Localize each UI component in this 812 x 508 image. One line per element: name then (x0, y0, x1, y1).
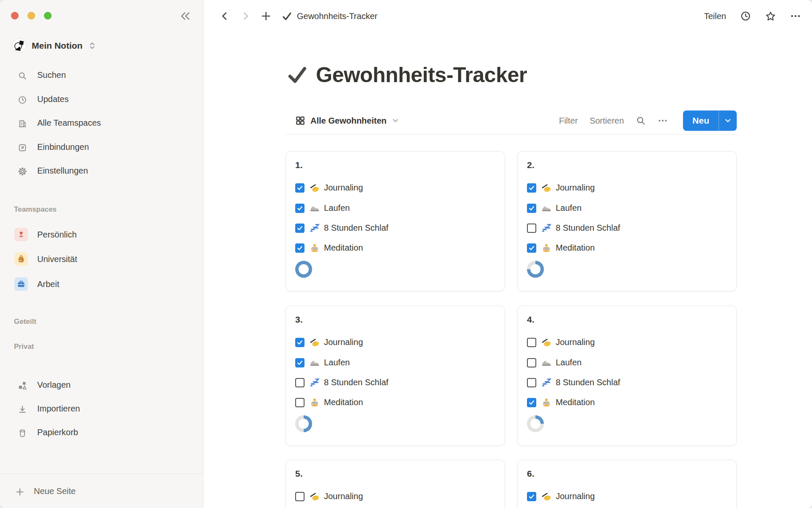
share-button[interactable]: Teilen (704, 11, 726, 21)
view-tab-alle-gewohnheiten[interactable]: Alle Gewohnheiten (295, 110, 400, 131)
sidebar-teamspace-universitaet[interactable]: Universität (0, 250, 204, 268)
habit-label: Meditation (324, 398, 363, 407)
search-icon[interactable] (636, 116, 646, 126)
sidebar-item-suchen[interactable]: Suchen (0, 66, 204, 85)
habit-checkbox[interactable] (295, 243, 304, 253)
writing-hand-icon (541, 337, 551, 348)
new-entry-dropdown-button[interactable] (719, 116, 737, 125)
habit-row-journaling: Journaling (286, 492, 505, 504)
habit-row-journaling: Journaling (518, 492, 737, 504)
workspace-name: Mein Notion (32, 41, 82, 51)
nav-back-button[interactable] (218, 9, 231, 23)
filter-button[interactable]: Filter (559, 116, 578, 126)
habit-row-meditation: Meditation (518, 398, 737, 410)
habit-checkbox[interactable] (527, 204, 536, 213)
habit-checkbox[interactable] (527, 224, 536, 233)
habit-checkbox[interactable] (295, 492, 304, 501)
breadcrumb[interactable]: Gewohnheits-Tracker (282, 9, 377, 23)
building-icon (18, 119, 27, 128)
sidebar-item-alle-teamspaces[interactable]: Alle Teamspaces (0, 114, 204, 133)
zoom-window-button[interactable] (44, 12, 52, 19)
sidebar-item-einstellungen[interactable]: Einstellungen (0, 162, 204, 181)
card-title[interactable]: 4. (527, 315, 535, 325)
card-title[interactable]: 2. (527, 160, 535, 170)
habit-checkbox[interactable] (527, 338, 536, 347)
sidebar-collapse-button[interactable] (177, 9, 194, 23)
section-geteilt[interactable]: Geteilt (14, 318, 36, 326)
chevron-down-icon (724, 116, 732, 125)
card-title[interactable]: 6. (527, 469, 535, 479)
sidebar-divider (0, 474, 204, 474)
habit-card-4[interactable]: 4. Journaling Laufen 8 Stunden Schlaf Me… (517, 306, 737, 446)
habit-card-3[interactable]: 3. Journaling Laufen 8 Stunden Schlaf Me… (285, 306, 505, 446)
section-privat[interactable]: Privat (14, 342, 34, 351)
card-title[interactable]: 5. (295, 469, 303, 479)
habit-card-1[interactable]: 1. Journaling Laufen 8 Stunden Schlaf Me… (285, 151, 505, 291)
new-page-button[interactable]: Neue Seite (0, 483, 204, 501)
more-options-icon[interactable] (790, 11, 801, 22)
more-options-icon[interactable] (658, 116, 668, 126)
new-entry-button[interactable]: Neu (683, 116, 719, 126)
writing-hand-icon (310, 491, 320, 502)
habit-checkbox[interactable] (295, 398, 304, 407)
habit-checkbox[interactable] (527, 378, 536, 387)
sidebar-item-papierkorb[interactable]: Papierkorb (0, 424, 204, 442)
habit-checkbox[interactable] (295, 224, 304, 233)
section-teamspaces[interactable]: Teamspaces (14, 205, 57, 214)
card-title[interactable]: 1. (295, 160, 303, 170)
habit-checkbox[interactable] (527, 358, 536, 367)
sidebar-teamspace-arbeit[interactable]: Arbeit (0, 275, 204, 293)
minimize-window-button[interactable] (27, 12, 35, 19)
card-title[interactable]: 3. (295, 315, 303, 325)
habit-checkbox[interactable] (295, 183, 304, 193)
breadcrumb-title: Gewohnheits-Tracker (297, 11, 377, 21)
habit-row-meditation: Meditation (286, 398, 505, 410)
habit-checkbox[interactable] (295, 338, 304, 347)
search-icon (18, 71, 27, 80)
clock-icon (18, 95, 27, 105)
sidebar-item-updates[interactable]: Updates (0, 91, 204, 109)
habit-label: Laufen (556, 203, 582, 213)
lotus-meditation-icon (310, 398, 320, 408)
checkmark-page-icon[interactable] (286, 64, 308, 86)
habit-label: Journaling (556, 183, 595, 193)
habit-card-5[interactable]: 5. Journaling (285, 460, 505, 508)
lotus-meditation-icon (541, 398, 551, 408)
habit-checkbox[interactable] (527, 492, 536, 501)
habit-card-6[interactable]: 6. Journaling (517, 460, 737, 508)
sidebar-item-label: Einbindungen (37, 142, 89, 152)
habit-row-schlaf: 8 Stunden Schlaf (518, 378, 737, 390)
habit-checkbox[interactable] (295, 378, 304, 387)
sidebar-item-label: Einstellungen (37, 166, 88, 176)
teamspace-label: Arbeit (37, 279, 59, 289)
workspace-switcher[interactable]: Mein Notion (11, 38, 97, 53)
teamspace-label: Persönlich (37, 230, 77, 240)
progress-ring (527, 261, 544, 278)
habit-row-meditation: Meditation (518, 243, 737, 255)
backpack-icon (14, 252, 28, 266)
history-clock-icon[interactable] (740, 11, 751, 22)
trash-icon (18, 428, 27, 438)
habit-card-2[interactable]: 2. Journaling Laufen 8 Stunden Schlaf Me… (517, 151, 737, 291)
habit-checkbox[interactable] (527, 398, 536, 407)
page-title[interactable]: Gewohnheits-Tracker (316, 63, 527, 87)
sidebar-item-label: Vorlagen (37, 380, 71, 390)
sidebar-item-einbindungen[interactable]: Einbindungen (0, 138, 204, 157)
nav-forward-button[interactable] (239, 9, 252, 23)
sidebar-teamspace-persoenlich[interactable]: Persönlich (0, 225, 204, 244)
close-window-button[interactable] (11, 12, 19, 19)
habit-label: Journaling (324, 337, 363, 347)
habit-checkbox[interactable] (527, 243, 536, 253)
running-shoe-icon (541, 358, 551, 368)
sidebar-item-importieren[interactable]: Importieren (0, 400, 204, 419)
gear-icon (18, 167, 27, 176)
habit-label: Meditation (556, 398, 595, 407)
habit-checkbox[interactable] (295, 358, 304, 367)
sidebar-item-vorlagen[interactable]: Vorlagen (0, 376, 204, 395)
sidebar-item-label: Updates (37, 94, 69, 104)
new-tab-button[interactable] (259, 9, 273, 23)
habit-checkbox[interactable] (295, 204, 304, 213)
favorite-star-icon[interactable] (765, 11, 776, 22)
habit-checkbox[interactable] (527, 183, 536, 193)
sort-button[interactable]: Sortieren (590, 116, 624, 126)
